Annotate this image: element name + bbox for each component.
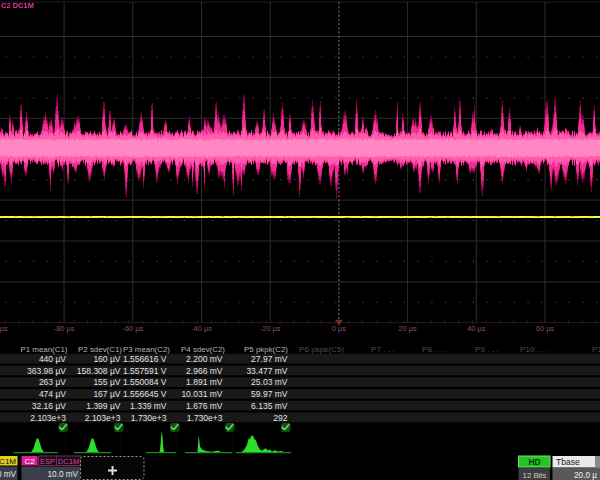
svg-text:1.339 mV: 1.339 mV (130, 401, 167, 411)
svg-text:6.135 mV: 6.135 mV (251, 401, 288, 411)
svg-text:DC1M: DC1M (58, 457, 80, 466)
svg-text:2.966 mV: 2.966 mV (186, 366, 223, 376)
svg-text:440 µV: 440 µV (39, 354, 66, 364)
svg-text:10.031 mV: 10.031 mV (181, 389, 222, 399)
svg-text:1.557591 V: 1.557591 V (123, 366, 167, 376)
svg-text:1.730e+3: 1.730e+3 (187, 413, 223, 423)
svg-text:P7 . . .: P7 . . . (371, 345, 394, 354)
svg-text:263 µV: 263 µV (39, 377, 66, 387)
svg-text:-100 µs: -100 µs (0, 324, 8, 333)
svg-text:-80 µs: -80 µs (54, 324, 75, 333)
svg-text:59.97 mV: 59.97 mV (251, 389, 288, 399)
svg-text:1.399 µV: 1.399 µV (86, 401, 121, 411)
svg-text:P11: P11 (592, 345, 600, 354)
svg-text:P6 pkpk(C5): P6 pkpk(C5) (299, 345, 344, 354)
svg-text:-60 µs: -60 µs (122, 324, 143, 333)
svg-text:P8 . . .: P8 . . . (422, 345, 445, 354)
svg-text:-40 µs: -40 µs (191, 324, 212, 333)
svg-text:HD: HD (528, 457, 540, 467)
svg-text:292: 292 (273, 413, 287, 423)
svg-text:0 mV: 0 mV (0, 470, 17, 479)
svg-text:Tbase: Tbase (556, 457, 580, 467)
svg-text:155 µV: 155 µV (93, 377, 120, 387)
svg-text:1.550084 V: 1.550084 V (123, 377, 167, 387)
svg-text:60 µs: 60 µs (536, 324, 555, 333)
svg-text:P9 . . .: P9 . . . (475, 345, 498, 354)
svg-text:363.98 µV: 363.98 µV (27, 366, 66, 376)
svg-text:158.308 µV: 158.308 µV (77, 366, 121, 376)
svg-text:1.556616 V: 1.556616 V (123, 354, 167, 364)
svg-text:2.103e+3: 2.103e+3 (85, 413, 121, 423)
svg-text:474 µV: 474 µV (39, 389, 66, 399)
svg-text:25.03 mV: 25.03 mV (251, 377, 288, 387)
svg-text:1.556645 V: 1.556645 V (123, 389, 167, 399)
svg-text:0 µs: 0 µs (332, 324, 346, 333)
svg-text:20.0 µ: 20.0 µ (574, 471, 597, 480)
svg-text:10.0 mV: 10.0 mV (48, 470, 79, 479)
svg-text:1.676 mV: 1.676 mV (186, 401, 223, 411)
svg-text:32.16 µV: 32.16 µV (32, 401, 67, 411)
svg-text:20 µs: 20 µs (398, 324, 417, 333)
svg-text:1.730e+3: 1.730e+3 (131, 413, 167, 423)
svg-text:2.200 mV: 2.200 mV (186, 354, 223, 364)
svg-text:2.103e+3: 2.103e+3 (30, 413, 66, 423)
svg-text:40 µs: 40 µs (467, 324, 486, 333)
svg-text:ESP: ESP (40, 457, 55, 466)
svg-text:C2: C2 (24, 457, 35, 466)
svg-text:DC1M: DC1M (0, 457, 16, 466)
svg-text:12 Bits: 12 Bits (523, 471, 547, 480)
svg-text:1.891 mV: 1.891 mV (186, 377, 223, 387)
svg-text:167 µV: 167 µV (93, 389, 120, 399)
svg-text:P10 . . .: P10 . . . (520, 345, 548, 354)
svg-text:-20 µs: -20 µs (260, 324, 281, 333)
svg-text:27.97 mV: 27.97 mV (251, 354, 288, 364)
svg-text:33.477 mV: 33.477 mV (246, 366, 287, 376)
svg-text:160 µV: 160 µV (93, 354, 120, 364)
svg-text:C2 DC1M: C2 DC1M (1, 1, 34, 10)
